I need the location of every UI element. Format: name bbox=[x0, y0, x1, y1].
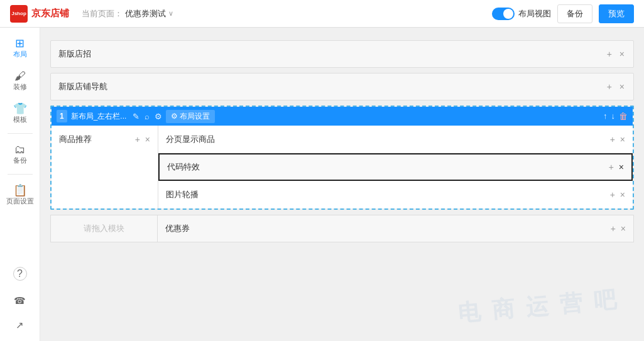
layout-search-icon[interactable]: ⌕ bbox=[145, 112, 150, 121]
layout-num: 1 bbox=[57, 110, 67, 122]
code-effect-actions: + × bbox=[609, 162, 624, 172]
right-col-module-code-effect: 代码特效 + × bbox=[158, 153, 633, 181]
toggle-label: 布局视图 bbox=[518, 8, 551, 19]
backup-button[interactable]: 备份 bbox=[557, 4, 592, 23]
backup-icon: 🗂 bbox=[14, 144, 26, 155]
layout-left-col: 商品推荐 + × bbox=[52, 126, 158, 208]
sidebar-label-page-settings: 页面设置 bbox=[6, 198, 34, 205]
logo-area: Jshop 京东店铺 bbox=[10, 5, 69, 23]
layout-inner: 商品推荐 + × 分页显示商品 + × bbox=[52, 126, 633, 208]
drop-zone-placeholder: 请拖入模块 bbox=[50, 215, 157, 242]
sidebar-divider-2 bbox=[8, 174, 33, 175]
breadcrumb-value: 优惠券测试 bbox=[125, 8, 166, 19]
breadcrumb: 当前页面： 优惠券测试 ∨ bbox=[82, 8, 173, 19]
sidebar-label-layout: 布局 bbox=[13, 51, 27, 58]
layout-trash-icon[interactable]: 🗑 bbox=[619, 111, 628, 121]
layout-name: 新布局_左右栏... bbox=[71, 111, 127, 122]
image-carousel-label: 图片轮播 bbox=[166, 189, 610, 200]
sidebar-divider bbox=[8, 133, 33, 134]
product-recommend-close-icon[interactable]: × bbox=[145, 134, 150, 144]
image-carousel-close-icon[interactable]: × bbox=[620, 190, 625, 200]
module-block-nav-label: 新版店铺导航 bbox=[58, 81, 606, 92]
help-icon: ? bbox=[13, 267, 27, 281]
layout-toolbar-icons: ✎ ⌕ ⚙ bbox=[133, 112, 162, 121]
sidebar-item-help[interactable]: ? bbox=[3, 262, 38, 286]
layout-arrow-up-icon[interactable]: ↑ bbox=[603, 111, 608, 121]
layout-arrow-down-icon[interactable]: ↓ bbox=[611, 111, 616, 121]
sidebar-item-decoration[interactable]: 🖌 装修 bbox=[3, 65, 38, 95]
module-block-store-banner-label: 新版店招 bbox=[58, 48, 606, 60]
layout-view-toggle[interactable]: 布局视图 bbox=[492, 8, 551, 20]
support-icon: ☎ bbox=[14, 296, 26, 305]
sidebar-item-layout[interactable]: ⊞ 布局 bbox=[3, 33, 38, 63]
layout-toolbar: 1 新布局_左右栏... ✎ ⌕ ⚙ ⚙ 布局设置 ↑ ↓ 🗑 bbox=[52, 107, 633, 126]
image-carousel-add-icon[interactable]: + bbox=[610, 190, 615, 200]
main-content: 新版店招 + × 新版店铺导航 + × 1 新布局_左右栏... ✎ ⌕ bbox=[40, 28, 644, 341]
layout-settings-gear-icon: ⚙ bbox=[171, 112, 178, 121]
store-banner-actions: + × bbox=[606, 48, 626, 60]
template-icon: 👕 bbox=[13, 103, 27, 114]
logo-icon: Jshop bbox=[10, 5, 28, 23]
layout-icon: ⊞ bbox=[15, 38, 25, 49]
module-block-store-banner: 新版店招 + × bbox=[50, 40, 634, 68]
sidebar-item-backup[interactable]: 🗂 备份 bbox=[3, 139, 38, 169]
logo-abbr: Jshop bbox=[11, 11, 26, 16]
bottom-row: 请拖入模块 优惠券 + × bbox=[50, 215, 634, 242]
code-effect-close-icon[interactable]: × bbox=[619, 162, 624, 172]
product-recommend-actions: + × bbox=[135, 134, 150, 144]
watermark: 电 商 运 营 吧 bbox=[457, 284, 619, 329]
nav-close-icon[interactable]: × bbox=[618, 80, 626, 93]
bottom-right-label: 优惠券 bbox=[165, 223, 611, 234]
paginated-add-icon[interactable]: + bbox=[610, 134, 615, 144]
sidebar-label-template: 模板 bbox=[13, 116, 27, 123]
sidebar-label-decoration: 装修 bbox=[13, 84, 27, 90]
layout-settings-button[interactable]: ⚙ 布局设置 bbox=[166, 110, 215, 123]
drop-zone-label: 请拖入模块 bbox=[84, 223, 124, 234]
nav-add-icon[interactable]: + bbox=[606, 80, 613, 93]
product-recommend-label: 商品推荐 bbox=[59, 134, 135, 145]
nav-actions: + × bbox=[606, 80, 626, 93]
layout-settings-label: 布局设置 bbox=[180, 111, 210, 122]
top-bar-right: 布局视图 备份 预览 bbox=[492, 4, 634, 23]
breadcrumb-chevron-icon[interactable]: ∨ bbox=[168, 9, 173, 18]
coupon-add-icon[interactable]: + bbox=[611, 224, 616, 234]
sidebar-item-page-settings[interactable]: 📋 页面设置 bbox=[3, 180, 38, 210]
page-settings-icon: 📋 bbox=[13, 185, 27, 196]
paginated-actions: + × bbox=[610, 134, 625, 144]
paginated-label: 分页显示商品 bbox=[166, 134, 610, 145]
code-effect-label: 代码特效 bbox=[167, 161, 609, 173]
coupon-close-icon[interactable]: × bbox=[621, 224, 626, 234]
logo-text: 京东店铺 bbox=[31, 8, 69, 19]
layout-gear-icon[interactable]: ⚙ bbox=[155, 112, 162, 121]
app-body: ⊞ 布局 🖌 装修 👕 模板 🗂 备份 📋 页面设置 ? ☎ bbox=[0, 28, 644, 341]
layout-right-col: 分页显示商品 + × 代码特效 + × bbox=[158, 126, 633, 208]
preview-button[interactable]: 预览 bbox=[599, 4, 634, 23]
top-bar: Jshop 京东店铺 当前页面： 优惠券测试 ∨ 布局视图 备份 预览 bbox=[0, 0, 644, 28]
bottom-right-module: 优惠券 + × bbox=[157, 215, 634, 242]
module-block-nav: 新版店铺导航 + × bbox=[50, 73, 634, 100]
toggle-thumb bbox=[503, 9, 513, 19]
share-icon: ↗ bbox=[16, 320, 24, 330]
right-col-module-paginated: 分页显示商品 + × bbox=[158, 126, 633, 153]
right-col-module-image-carousel: 图片轮播 + × bbox=[158, 181, 633, 208]
toggle-track[interactable] bbox=[492, 8, 515, 20]
product-recommend-add-icon[interactable]: + bbox=[135, 134, 140, 144]
code-effect-add-icon[interactable]: + bbox=[609, 162, 614, 172]
sidebar-item-template[interactable]: 👕 模板 bbox=[3, 98, 38, 128]
layout-container: 1 新布局_左右栏... ✎ ⌕ ⚙ ⚙ 布局设置 ↑ ↓ 🗑 bbox=[50, 106, 634, 210]
layout-toolbar-right: ↑ ↓ 🗑 bbox=[603, 111, 628, 121]
store-banner-close-icon[interactable]: × bbox=[618, 48, 626, 60]
breadcrumb-label: 当前页面： bbox=[82, 8, 123, 19]
decoration-icon: 🖌 bbox=[14, 70, 26, 82]
paginated-close-icon[interactable]: × bbox=[620, 134, 625, 144]
image-carousel-actions: + × bbox=[610, 190, 625, 200]
sidebar-item-share[interactable]: ↗ bbox=[3, 315, 38, 335]
sidebar-item-support[interactable]: ☎ bbox=[3, 291, 38, 310]
left-col-module-product-recommend: 商品推荐 + × bbox=[52, 126, 158, 153]
sidebar: ⊞ 布局 🖌 装修 👕 模板 🗂 备份 📋 页面设置 ? ☎ bbox=[0, 28, 40, 341]
layout-edit-icon[interactable]: ✎ bbox=[133, 112, 139, 121]
sidebar-label-backup: 备份 bbox=[13, 157, 27, 164]
coupon-actions: + × bbox=[611, 224, 626, 234]
store-banner-add-icon[interactable]: + bbox=[606, 48, 613, 60]
